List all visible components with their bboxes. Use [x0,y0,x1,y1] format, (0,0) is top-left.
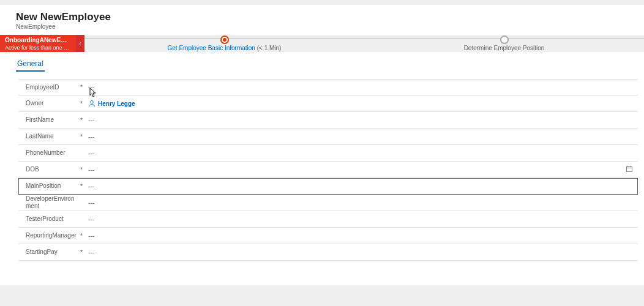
process-flow-bar: OnboardingANewEmplo... Active for less t… [0,35,644,52]
required-indicator-dob: * [78,166,84,173]
tab-general[interactable]: General [16,57,45,72]
required-indicator-reporting-mgr: * [78,233,84,239]
field-text-reporting-mgr: --- [88,233,94,239]
form-row-starting-pay[interactable]: StartingPay*--- [18,244,638,261]
form-row-last-name[interactable]: LastName*--- [18,129,638,145]
page-title: New NewEmployee [16,11,644,23]
field-label-first-name: FirstName [18,116,78,124]
svg-rect-1 [627,166,632,171]
form-row-owner[interactable]: Owner*Henry Legge [18,95,638,112]
required-indicator-employee-id: * [78,84,84,91]
field-label-developer-env: DeveloperEnvironment [18,195,78,210]
field-label-reporting-mgr: ReportingManager [18,232,78,239]
calendar-icon[interactable] [626,165,633,174]
field-label-tester-product: TesterProduct [18,215,78,223]
form-row-main-position[interactable]: MainPosition*--- [18,178,638,195]
process-step-2[interactable]: Determine Employee Position [364,35,644,52]
process-step-1-label: Get Employee Basic Information [168,45,255,51]
process-pill-collapse-button[interactable]: ‹ [76,35,84,52]
form-row-employee-id[interactable]: EmployeeID*--- [18,79,638,95]
required-indicator-main-position: * [78,183,84,190]
field-value-owner[interactable]: Henry Legge [84,100,633,107]
process-step-2-label: Determine Employee Position [464,45,545,51]
field-text-employee-id: --- [88,84,94,91]
field-text-developer-env: --- [88,200,94,206]
required-indicator-last-name: * [78,133,84,140]
page-subtitle: NewEmployee [16,23,644,30]
field-value-phone-number[interactable]: --- [84,150,633,157]
field-value-first-name[interactable]: --- [84,117,633,124]
process-step-1-circle-icon [220,35,229,44]
field-text-first-name: --- [88,117,94,124]
field-text-dob: --- [88,166,94,173]
field-label-phone-number: PhoneNumber [18,149,78,157]
form-row-reporting-mgr[interactable]: ReportingManager*--- [18,228,638,244]
field-text-last-name: --- [88,133,94,140]
field-value-dob[interactable]: --- [84,166,626,173]
form-row-developer-env[interactable]: DeveloperEnvironment--- [18,195,638,211]
process-pill-subtitle: Active for less than one mi... [5,44,72,51]
required-indicator-starting-pay: * [78,249,84,256]
person-icon [88,100,95,107]
field-text-starting-pay: --- [88,249,94,256]
svg-point-0 [91,101,94,104]
field-value-tester-product[interactable]: --- [84,216,633,223]
form-row-first-name[interactable]: FirstName*--- [18,112,638,129]
field-label-employee-id: EmployeeID [18,84,78,91]
form-row-tester-product[interactable]: TesterProduct--- [18,211,638,228]
field-value-starting-pay[interactable]: --- [84,249,633,256]
field-label-last-name: LastName [18,133,78,140]
field-text-phone-number: --- [88,150,94,157]
process-pill-title: OnboardingANewEmplo... [5,37,72,44]
form-row-phone-number[interactable]: PhoneNumber--- [18,145,638,162]
form-row-dob[interactable]: DOB*--- [18,162,638,178]
chevron-left-icon: ‹ [79,40,81,47]
field-value-developer-env[interactable]: --- [84,200,633,206]
field-label-dob: DOB [18,166,78,173]
required-indicator-first-name: * [78,117,84,124]
field-text-tester-product: --- [88,216,94,223]
tab-strip: General [0,52,644,72]
entity-link-owner[interactable]: Henry Legge [98,100,135,107]
process-current-pill[interactable]: OnboardingANewEmplo... Active for less t… [0,35,76,52]
required-indicator-owner: * [78,100,84,107]
field-label-main-position: MainPosition [18,182,78,190]
form-section: EmployeeID*---Owner*Henry LeggeFirstName… [0,72,644,285]
field-value-main-position[interactable]: --- [84,183,633,190]
process-step-2-circle-icon [500,35,509,44]
process-step-1[interactable]: Get Employee Basic Information (< 1 Min) [84,35,364,52]
field-text-main-position: --- [88,183,94,190]
field-label-owner: Owner [18,100,78,107]
field-value-employee-id[interactable]: --- [84,84,633,91]
field-value-last-name[interactable]: --- [84,133,633,140]
field-label-starting-pay: StartingPay [18,248,78,256]
process-step-1-time: (< 1 Min) [257,45,282,51]
field-value-reporting-mgr[interactable]: --- [84,233,633,239]
